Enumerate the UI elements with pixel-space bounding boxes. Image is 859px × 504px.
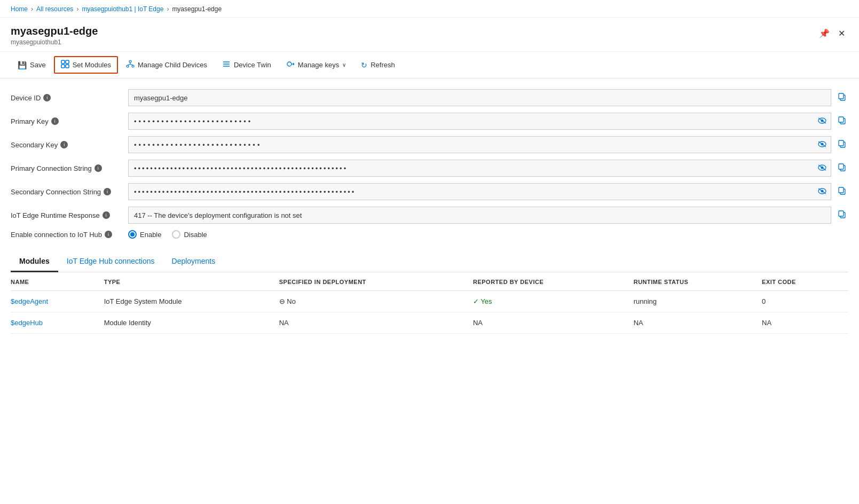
breadcrumb-home[interactable]: Home: [11, 5, 28, 13]
panel-title-group: myasegpu1-edge myasegpuiothub1: [11, 25, 98, 46]
primary-key-copy-button[interactable]: [836, 115, 848, 128]
table-row: $edgeAgent IoT Edge System Module ⊖ No ✓…: [11, 291, 848, 312]
row1-reported: ✓ Yes: [473, 291, 634, 312]
modules-table: NAME TYPE SPECIFIED IN DEPLOYMENT REPORT…: [11, 272, 848, 334]
primary-connection-string-field[interactable]: [129, 160, 831, 176]
manage-keys-button[interactable]: Manage keys ∨: [279, 56, 353, 74]
breadcrumb-all-resources[interactable]: All resources: [36, 5, 73, 13]
primary-key-field[interactable]: [129, 113, 831, 129]
copy-icon: [838, 211, 846, 220]
device-id-input: myasegpu1-edge: [128, 89, 831, 106]
row1-exit-code: 0: [762, 291, 848, 312]
save-button[interactable]: 💾 Save: [11, 57, 53, 73]
primary-key-row: Primary Key i: [11, 113, 848, 130]
save-icon: 💾: [18, 61, 27, 69]
table-row: $edgeHub Module Identity NA NA NA NA: [11, 312, 848, 334]
primary-connection-string-label: Primary Connection String i: [11, 164, 128, 172]
iot-edge-runtime-copy-button[interactable]: [836, 209, 848, 222]
tab-iot-edge-hub-connections[interactable]: IoT Edge Hub connections: [58, 251, 163, 272]
secondary-conn-info-icon[interactable]: i: [104, 188, 111, 195]
pin-button[interactable]: 📌: [816, 25, 833, 42]
secondary-connection-string-field-wrap: [128, 183, 848, 200]
edge-agent-link[interactable]: $edgeAgent: [11, 297, 48, 305]
set-modules-button[interactable]: Set Modules: [54, 56, 118, 74]
iot-edge-runtime-label: IoT Edge Runtime Response i: [11, 211, 128, 219]
manage-keys-icon: [286, 60, 295, 70]
enable-radio-label[interactable]: Enable: [128, 230, 161, 239]
device-id-copy-button[interactable]: [836, 91, 848, 104]
secondary-connection-string-copy-button[interactable]: [836, 185, 848, 198]
main-content: Device ID i myasegpu1-edge Primary Key i: [0, 78, 859, 334]
disable-radio-custom: [172, 230, 180, 239]
tab-deployments[interactable]: Deployments: [163, 251, 224, 272]
svg-rect-33: [839, 164, 844, 169]
svg-rect-40: [839, 211, 844, 216]
col-type: TYPE: [104, 272, 279, 291]
breadcrumb-iot-edge[interactable]: myasegpuiothub1 | IoT Edge: [82, 5, 163, 13]
primary-conn-info-icon[interactable]: i: [94, 164, 102, 172]
enable-connection-radio-group: Enable Disable: [128, 230, 207, 239]
breadcrumb-current: myasegpu1-edge: [172, 5, 222, 13]
close-button[interactable]: ✕: [835, 25, 848, 42]
table-body: $edgeAgent IoT Edge System Module ⊖ No ✓…: [11, 291, 848, 334]
secondary-connection-string-row: Secondary Connection String i: [11, 183, 848, 200]
enable-radio-text: Enable: [140, 231, 161, 239]
device-id-row: Device ID i myasegpu1-edge: [11, 89, 848, 106]
panel-title: myasegpu1-edge: [11, 25, 98, 37]
primary-key-input: [128, 113, 831, 130]
primary-connection-string-eye-button[interactable]: [818, 164, 826, 172]
iot-edge-runtime-info-icon[interactable]: i: [103, 211, 110, 219]
tab-modules[interactable]: Modules: [11, 251, 58, 272]
primary-connection-string-row: Primary Connection String i: [11, 160, 848, 177]
manage-child-devices-button[interactable]: Manage Child Devices: [119, 56, 214, 74]
svg-rect-38: [839, 187, 844, 193]
svg-rect-2: [61, 65, 65, 68]
enable-connection-info-icon[interactable]: i: [105, 231, 112, 238]
row2-exit-code: NA: [762, 312, 848, 334]
primary-connection-string-copy-button[interactable]: [836, 162, 848, 175]
device-twin-button[interactable]: Device Twin: [215, 56, 278, 74]
breadcrumb: Home › All resources › myasegpuiothub1 |…: [0, 0, 859, 18]
eye-icon: [818, 164, 826, 172]
close-icon: ✕: [838, 29, 845, 38]
primary-key-eye-button[interactable]: [818, 117, 826, 125]
eye-icon: [818, 117, 826, 125]
tabs-section: Modules IoT Edge Hub connections Deploym…: [11, 251, 848, 334]
row1-specified: ⊖ No: [279, 291, 473, 312]
device-id-info-icon[interactable]: i: [43, 94, 51, 101]
edge-hub-link[interactable]: $edgeHub: [11, 319, 43, 327]
copy-icon: [838, 93, 846, 103]
manage-keys-chevron: ∨: [342, 62, 346, 68]
enable-connection-row: Enable connection to IoT Hub i Enable Di…: [11, 230, 848, 239]
tab-list: Modules IoT Edge Hub connections Deploym…: [11, 251, 848, 272]
svg-rect-0: [61, 60, 65, 64]
refresh-icon: ↻: [361, 61, 367, 69]
iot-edge-runtime-input: 417 -- The device's deployment configura…: [128, 207, 831, 224]
secondary-connection-string-eye-button[interactable]: [818, 187, 826, 196]
enable-radio-custom: [128, 230, 137, 239]
primary-connection-string-input: [128, 160, 831, 177]
enable-connection-field-wrap: Enable Disable: [128, 230, 848, 239]
col-specified: SPECIFIED IN DEPLOYMENT: [279, 272, 473, 291]
pin-icon: 📌: [819, 29, 830, 38]
row2-name: $edgeHub: [11, 312, 104, 334]
secondary-key-copy-button[interactable]: [836, 138, 848, 151]
enable-connection-label: Enable connection to IoT Hub i: [11, 231, 128, 239]
svg-rect-1: [66, 60, 69, 64]
secondary-key-row: Secondary Key i: [11, 136, 848, 153]
primary-connection-string-field-wrap: [128, 160, 848, 177]
set-modules-icon: [61, 60, 69, 70]
refresh-button[interactable]: ↻ Refresh: [354, 57, 402, 73]
disable-radio-label[interactable]: Disable: [172, 230, 207, 239]
secondary-key-field[interactable]: [129, 137, 831, 153]
copy-icon: [838, 187, 846, 196]
primary-key-field-wrap: [128, 113, 848, 130]
secondary-key-info-icon[interactable]: i: [60, 141, 68, 148]
secondary-connection-string-label: Secondary Connection String i: [11, 188, 128, 196]
secondary-key-eye-button[interactable]: [818, 140, 826, 149]
disable-radio-text: Disable: [184, 231, 207, 239]
primary-key-info-icon[interactable]: i: [51, 117, 59, 125]
secondary-connection-string-field[interactable]: [129, 184, 831, 200]
eye-icon: [818, 187, 826, 196]
copy-icon: [838, 117, 846, 126]
